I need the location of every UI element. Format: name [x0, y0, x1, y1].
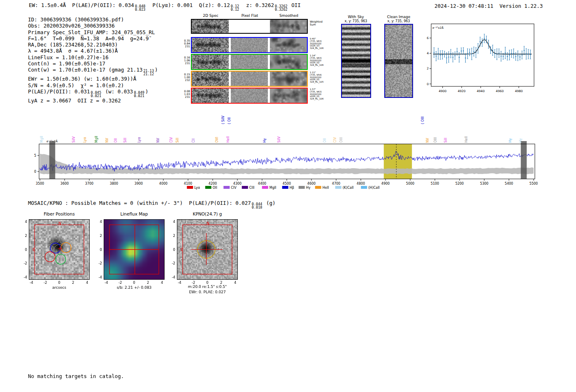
spec2d-left-value: 1.00	[181, 76, 190, 79]
legend-label: Lyα	[194, 186, 200, 190]
spec2d-strip-noise	[192, 38, 229, 52]
emission-line-label: HeII	[226, 136, 230, 143]
info-text: ID: 3006399336 (3006399336.pdf)	[28, 16, 124, 23]
panel-ytick-label: 0	[95, 248, 102, 252]
info-text: RA,Dec (185.234268,52.210403)	[28, 42, 118, 48]
spec2d-annotation: (735, 954)	[310, 74, 329, 77]
info-text: S/N = 4.9(±0.5) χ² = 1.0(±0.2)	[28, 82, 124, 88]
spec2d-row-annotations: 1.11"(735, 954)20200320v026_01324_RL_105	[310, 72, 329, 84]
info-text: Cont(w) = 1.70(±0.01)e-17 (gmag 21.13	[28, 67, 142, 73]
emission-line-label: CII	[192, 139, 195, 143]
extraction-box	[35, 225, 84, 274]
spectrum-xtick-label: 3700	[85, 182, 93, 186]
masked-band	[521, 141, 527, 179]
emission-line-label: SiII	[123, 138, 127, 143]
info-uncertainty-bounds: 0.0450.021	[91, 91, 102, 97]
spec2d-strip-flat	[231, 72, 268, 86]
legend-swatch	[242, 186, 248, 189]
emission-line-label: OII	[114, 138, 118, 143]
panel-xtick-label: 0	[54, 281, 64, 285]
clean-image	[385, 25, 412, 97]
emission-line-label: HeII	[465, 136, 468, 143]
zoom-xtick-label: 4980	[515, 89, 523, 93]
panel-xtick-label: 0	[129, 281, 139, 285]
spectrum-xtick-label: 5300	[480, 182, 488, 186]
mosaic-uncertainty-bounds: 0.0440.018	[252, 202, 262, 209]
zoom-ytick-label: 6	[427, 36, 429, 40]
kpno-cutout-overlay: NE	[177, 220, 237, 279]
spectrum-xtick-label: 5400	[505, 182, 513, 186]
legend-label: Hγ	[306, 186, 311, 190]
spec2d-annotation: 20200320	[310, 60, 329, 62]
spectrum-xtick-label: 4100	[184, 182, 192, 186]
panel-xtick-label: -2	[40, 281, 50, 285]
spec2d-annotation: 324_RL_106	[310, 64, 329, 67]
info-line-11: P(LAE)/P(OII): 0.0310.0450.021 (w: 0.033…	[28, 88, 158, 97]
panel-ytick-label: -4	[20, 275, 27, 279]
emission-line-label: Hγ	[263, 138, 267, 143]
detection-info-block: ID: 3006399336 (3006399336.pdf)Obs: 2020…	[28, 16, 158, 104]
spectrum-xtick-label: 4200	[209, 182, 217, 186]
spec2d-row-annotations: 1.14"(735, 963)20200320v026_02324_RL_106	[310, 55, 329, 67]
info-text: )	[145, 88, 149, 95]
info-line-4: RA,Dec (185.234268,52.210403)	[28, 42, 158, 48]
legend-label: Hβ	[290, 186, 294, 190]
panel-ytick-label: 0	[20, 248, 27, 252]
emission-line-label: CIV	[170, 137, 173, 143]
panel-xtick-label: -2	[115, 281, 125, 285]
emission-line-label: OIII	[434, 137, 437, 143]
panel-xtick-label: -4	[26, 281, 36, 285]
spec2d-row-left-labels: 0.350.84231	[181, 39, 190, 48]
spectrum-ytick-label: 0	[34, 170, 36, 174]
spec2d-row-annotations: 0.40"(735, 963)20200320v026_03324_RL_106	[310, 38, 329, 50]
clean-title: Clean Image	[378, 15, 419, 19]
emission-line-label: MgII	[95, 136, 98, 143]
spec2d-strip-smooth	[270, 72, 307, 86]
spec2d-annotation: (735, 963)	[310, 57, 329, 60]
info-text: LineFlux = 1.10(±0.27)e-16	[28, 54, 109, 60]
emission-line-label: MgII	[40, 136, 44, 143]
spec2d-left-value: 0.16	[181, 56, 190, 59]
kpno-cutout-panel: NE	[177, 219, 238, 280]
zoom-data-points	[434, 34, 531, 63]
panel-xtick-label: 4	[230, 281, 240, 285]
fiber-xlabel: arcsecs	[21, 285, 98, 290]
emission-line-label: OVI	[215, 137, 219, 143]
mosaic-text: MOSAIC/KPNO : Possible Matches = 0 (with…	[28, 200, 251, 206]
spectrum-xtick-label: 5000	[406, 182, 414, 186]
line-fit-zoom-plot: e⁻¹⁷x2Å024649004920494049604980	[426, 20, 539, 96]
emission-line-label: ( SiIV	[221, 116, 225, 124]
fiber-positions-panel: NE	[29, 219, 90, 280]
spec2d-row-left-labels: 0.081.03231	[181, 90, 190, 99]
lineflux-caption: s/b: 2.21 +/- 0.083	[95, 285, 173, 290]
emission-line-label: Hγ	[509, 138, 512, 143]
spectrum-ytick-label: 5	[34, 154, 36, 158]
spectrum-xtick-label: 4500	[283, 182, 291, 186]
legend-label: CIV	[231, 186, 237, 190]
spec2d-left-value: 231	[181, 62, 190, 65]
spec2d-annotation: 1.57"	[310, 88, 329, 91]
panel-ytick-label: 4	[168, 220, 175, 224]
mosaic-match-line: MOSAIC/KPNO : Possible Matches = 0 (with…	[28, 200, 276, 209]
spectrum-xtick-label: 4700	[332, 182, 340, 186]
spectrum-xtick-label: 5500	[530, 182, 538, 186]
spec2d-row-4	[191, 88, 308, 104]
spec2d-strip-smooth	[270, 88, 307, 103]
spec2d-strip-noise	[192, 55, 229, 69]
withsky-image-panel	[341, 24, 371, 98]
masked-band	[49, 141, 55, 179]
legend-swatch	[187, 186, 193, 189]
spec2d-left-value: 1.03	[181, 93, 190, 96]
emission-line-label: ( OII	[228, 117, 231, 124]
panel-ytick-label: -2	[20, 261, 27, 265]
info-text: Obs: 20200320v026_3006399336	[28, 23, 115, 29]
spectrum-xtick-label: 4800	[357, 182, 365, 186]
panel-ytick-label: -2	[168, 261, 175, 265]
emission-line-label: NV	[156, 138, 160, 143]
panel-xtick-label: 2	[143, 281, 153, 285]
spec2d-row-1	[191, 37, 308, 53]
spec2d-annotation: 324_RL_106	[310, 47, 329, 50]
spec2d-annotation: 20200320	[310, 93, 329, 96]
spec2d-row-0	[191, 19, 308, 34]
emission-line-label: SiII	[444, 138, 448, 143]
